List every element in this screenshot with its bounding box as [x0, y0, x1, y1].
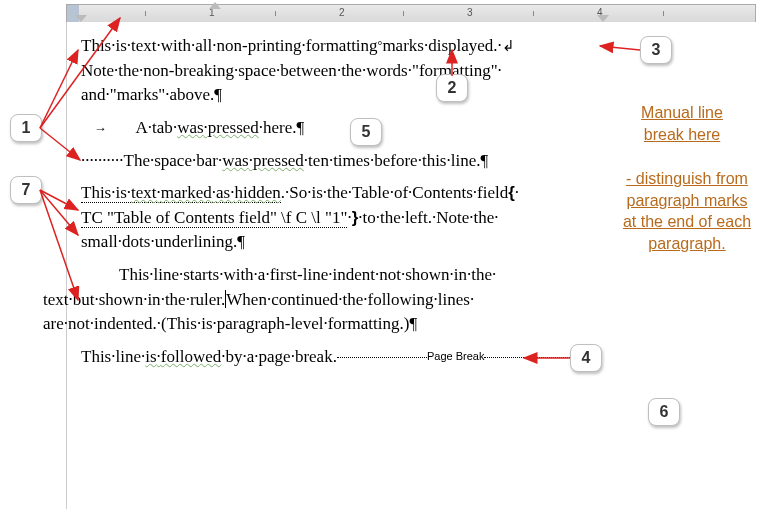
- first-line-indent-marker[interactable]: [209, 2, 221, 9]
- callout-3: 3: [640, 36, 672, 64]
- tc-field-code: TC "Table of Contents field" \f C \l "1": [81, 208, 347, 227]
- manual-line-break-mark: [502, 36, 515, 55]
- page-break-label: Page Break: [427, 350, 484, 362]
- field-open-brace: {: [508, 183, 515, 202]
- para-4: Thisistextmarkedashidden.SoistheTableofC…: [81, 181, 621, 255]
- tab-mark: [94, 118, 107, 137]
- callout-5: 5: [350, 118, 382, 146]
- para-5: Thislinestartswithafirst-lineindentnotsh…: [81, 263, 591, 337]
- document-page[interactable]: Thisistextwithallnon-printingformattingm…: [66, 22, 756, 509]
- ruler[interactable]: 1 2 3 4: [66, 4, 756, 23]
- ruler-num-2: 2: [339, 7, 345, 18]
- hanging-indent-marker[interactable]: [75, 15, 87, 22]
- callout-7: 7: [10, 176, 42, 204]
- callout-4: 4: [570, 344, 602, 372]
- callout-6: 6: [648, 398, 680, 426]
- pilcrow-mark: [214, 85, 222, 104]
- sidenote-2: - distinguish from paragraph marks at th…: [622, 168, 752, 254]
- sidenote-1: Manual line break here: [622, 102, 742, 145]
- para-2: Atabwaspressedhere.: [81, 116, 591, 141]
- para-1: Thisistextwithallnon-printingformattingm…: [81, 34, 591, 108]
- callout-2: 2: [436, 74, 468, 102]
- ten-space-dots: ··········: [81, 151, 124, 170]
- right-indent-marker[interactable]: [597, 15, 609, 22]
- ruler-num-3: 3: [467, 7, 473, 18]
- callout-1: 1: [10, 114, 42, 142]
- para-3: ··········Thespacebarwaspressedtentimesb…: [81, 149, 591, 174]
- page-break-leader-left: [337, 357, 427, 359]
